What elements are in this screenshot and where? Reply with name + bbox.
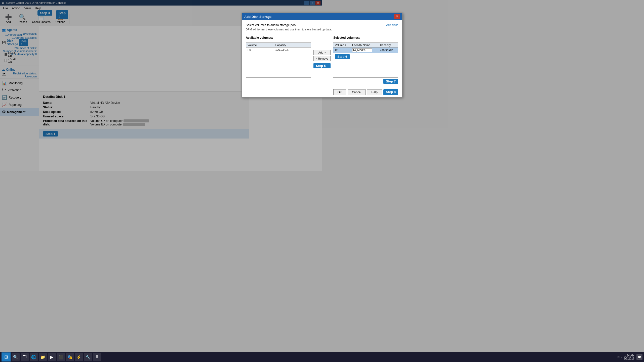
available-section: Available volumes: <box>246 36 311 40</box>
available-volumes-body: F:\ 126.93 GB <box>246 48 311 52</box>
dialog-footer: OK Cancel Help Step 8 <box>242 87 322 97</box>
dialog-title: Add Disk Storage <box>244 15 271 19</box>
add-disk-storage-dialog: Add Disk Storage ✕ Add disks Select volu… <box>242 13 322 98</box>
dialog-titlebar: Add Disk Storage ✕ <box>242 13 322 20</box>
vol-panels: Volume Capacity F:\ 126.93 GB <box>246 42 322 78</box>
avail-cap-1: 126.93 GB <box>274 48 310 52</box>
dialog-body: Add disks Select volumes to add to stora… <box>242 20 322 87</box>
vol-col-volume: Volume <box>246 43 274 48</box>
remove-volume-button[interactable]: < Remove <box>313 56 322 61</box>
dialog-desc2: DPM will format these volumes and use th… <box>246 28 322 31</box>
available-volumes-table: Volume Capacity F:\ 126.93 GB <box>246 43 311 52</box>
mid-spacer <box>313 36 322 40</box>
available-label: Available volumes: <box>246 36 311 39</box>
available-row-1[interactable]: F:\ 126.93 GB <box>246 48 311 52</box>
step7-area: Step 7 <box>246 79 322 84</box>
dialog-header: Add disks Select volumes to add to stora… <box>246 23 322 34</box>
dialog-overlay: Add Disk Storage ✕ Add disks Select volu… <box>0 0 322 181</box>
vol-col-capacity: Capacity <box>274 43 310 48</box>
available-header-row: Volume Capacity <box>246 43 311 48</box>
step5-badge: Step 5 <box>313 63 322 68</box>
dialog-desc1: Select volumes to add to storage pool. <box>246 23 322 27</box>
vol-mid-buttons: Add > < Remove Step 5 <box>313 42 322 68</box>
avail-vol-1: F:\ <box>246 48 274 52</box>
available-volumes-panel: Volume Capacity F:\ 126.93 GB <box>246 42 311 78</box>
add-volume-button[interactable]: Add > <box>313 50 322 55</box>
volume-sections: Available volumes: Selected volumes: <box>246 36 322 40</box>
